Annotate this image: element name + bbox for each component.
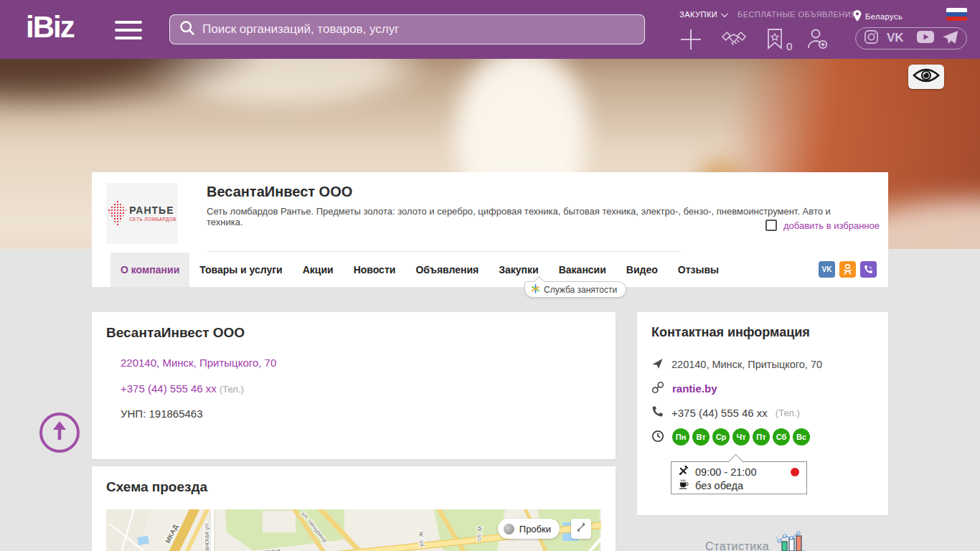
company-social-icons: VK bbox=[819, 261, 877, 278]
tab-promotions[interactable]: Акции bbox=[293, 253, 344, 287]
company-description: Сеть ломбардов Рантье. Предметы золота: … bbox=[207, 206, 838, 227]
divider bbox=[207, 251, 680, 252]
tab-video[interactable]: Видео bbox=[616, 253, 668, 287]
contact-title: Контактная информация bbox=[651, 325, 810, 340]
phone-icon bbox=[651, 405, 664, 420]
chevron-down-icon bbox=[721, 10, 728, 17]
rantie-diamond-logo-icon bbox=[108, 200, 126, 227]
site-logo[interactable]: iBiz bbox=[26, 10, 74, 44]
tools-icon bbox=[678, 466, 689, 479]
yandex-map[interactable]: МКАД анская ул. ул. Матусевича ул. Чичур… bbox=[106, 509, 601, 551]
instagram-icon[interactable] bbox=[864, 29, 879, 47]
day-pill-wed[interactable]: Ср bbox=[712, 428, 730, 446]
favorites-count: 0 bbox=[786, 40, 792, 52]
street-label-1: анская ул. bbox=[203, 522, 210, 551]
favorite-checkbox[interactable] bbox=[765, 220, 777, 231]
day-pill-thu[interactable]: Чт bbox=[732, 428, 750, 446]
company-logo[interactable]: РАНТЬЕ СЕТЬ ЛОМБАРДОВ bbox=[106, 183, 178, 244]
top-header: iBiz ЗАКУПКИ БЕСПЛАТНЫЕ ОБЪЯВЛЕНИЯ Белар… bbox=[0, 0, 980, 59]
closed-now-indicator bbox=[791, 468, 799, 476]
accessibility-version-button[interactable] bbox=[908, 65, 944, 89]
telegram-icon[interactable] bbox=[941, 29, 958, 48]
youtube-icon[interactable] bbox=[917, 31, 934, 46]
about-address-link[interactable]: 220140, Минск, Притыцкого, 70 bbox=[121, 357, 276, 369]
company-logo-name: РАНТЬЕ bbox=[129, 205, 176, 216]
employment-tooltip-label: Служба занятости bbox=[544, 285, 617, 295]
day-pill-sun[interactable]: Вс bbox=[793, 428, 810, 446]
day-pill-fri[interactable]: Пт bbox=[753, 428, 770, 446]
contact-phone-note: (Тел.) bbox=[776, 408, 800, 418]
page: iBiz ЗАКУПКИ БЕСПЛАТНЫЕ ОБЪЯВЛЕНИЯ Белар… bbox=[0, 0, 980, 551]
vk-icon[interactable]: VK bbox=[886, 30, 909, 47]
company-logo-tagline: СЕТЬ ЛОМБАРДОВ bbox=[129, 217, 176, 222]
add-to-favorites[interactable]: добавить в избранное bbox=[765, 220, 880, 231]
link-chain-icon bbox=[651, 381, 664, 396]
coffee-cup-icon bbox=[678, 479, 689, 492]
header-social-links: VK bbox=[855, 27, 967, 50]
nav-purchases[interactable]: ЗАКУПКИ bbox=[679, 10, 726, 19]
about-company-card: ВесантаИнвест ООО 220140, Минск, Притыцк… bbox=[92, 312, 616, 459]
day-pill-tue[interactable]: Вт bbox=[692, 428, 710, 446]
map-fullscreen-button[interactable] bbox=[571, 519, 591, 539]
arrow-up-icon bbox=[50, 420, 69, 445]
contact-website-link[interactable]: rantie.by bbox=[672, 382, 717, 395]
about-phone-note: (Тел.) bbox=[220, 384, 244, 395]
register-user-icon[interactable] bbox=[806, 27, 828, 53]
contact-website-row: rantie.by bbox=[651, 381, 717, 396]
company-tabs: О компании Товары и услуги Акции Новости… bbox=[92, 253, 888, 287]
statistics-section[interactable]: Статистика bbox=[705, 531, 808, 551]
language-flag-russia[interactable] bbox=[946, 8, 967, 21]
location-arrow-icon bbox=[651, 357, 664, 372]
search-icon bbox=[179, 20, 195, 39]
handshake-icon[interactable] bbox=[721, 27, 747, 55]
tab-products[interactable]: Товары и услуги bbox=[189, 253, 292, 287]
contact-address-row: 220140, Минск, Притыцкого, 70 bbox=[651, 357, 822, 372]
map-title: Схема проезда bbox=[106, 479, 207, 495]
vk-button[interactable]: VK bbox=[819, 261, 835, 278]
nav-region[interactable]: Беларусь bbox=[853, 10, 903, 23]
search-input[interactable] bbox=[202, 22, 635, 37]
scroll-to-top-button[interactable] bbox=[39, 413, 80, 453]
contact-phone[interactable]: +375 (44) 555 46 xx bbox=[672, 407, 768, 419]
working-days-row: Пн Вт Ср Чт Пт Сб Вс bbox=[651, 428, 810, 446]
street-label-zh: ул. Ж bbox=[418, 531, 425, 547]
expand-arrows-icon bbox=[575, 522, 587, 536]
favorites-bookmark-icon[interactable] bbox=[765, 27, 785, 53]
tab-news[interactable]: Новости bbox=[344, 253, 406, 287]
tab-ads[interactable]: Объявления bbox=[405, 253, 489, 287]
traffic-toggle-button[interactable]: Пробки bbox=[498, 519, 560, 539]
traffic-light-icon bbox=[504, 524, 514, 534]
employment-service-tooltip[interactable]: Служба занятости bbox=[524, 281, 626, 298]
lunch-note: без обеда bbox=[695, 480, 743, 491]
viber-button[interactable] bbox=[860, 261, 877, 278]
search-bar bbox=[169, 14, 645, 44]
clock-icon bbox=[651, 430, 664, 445]
working-days: Пн Вт Ср Чт Пт Сб Вс bbox=[672, 428, 810, 446]
contact-info-card: Контактная информация 220140, Минск, При… bbox=[637, 312, 888, 515]
day-pill-mon[interactable]: Пн bbox=[672, 428, 689, 446]
working-hours: 09:00 - 21:00 bbox=[695, 466, 756, 478]
statistics-label: Статистика bbox=[705, 540, 769, 551]
about-phone-link[interactable]: +375 (44) 555 46 xx bbox=[121, 382, 217, 395]
traffic-label: Пробки bbox=[519, 524, 551, 534]
tab-about[interactable]: О компании bbox=[110, 253, 189, 287]
map-pin-icon bbox=[853, 10, 862, 23]
menu-hamburger-icon[interactable] bbox=[115, 21, 142, 44]
company-header-card: РАНТЬЕ СЕТЬ ЛОМБАРДОВ ВесантаИнвест ООО … bbox=[92, 172, 888, 287]
about-phone-row: +375 (44) 555 46 xx (Тел.) bbox=[121, 382, 244, 395]
nav-free-ads[interactable]: БЕСПЛАТНЫЕ ОБЪЯВЛЕНИЯ bbox=[738, 10, 857, 19]
svg-text:VK: VK bbox=[887, 31, 904, 44]
about-title: ВесантаИнвест ООО bbox=[106, 325, 245, 341]
contact-address: 220140, Минск, Притыцкого, 70 bbox=[672, 359, 822, 370]
odnoklassniki-button[interactable] bbox=[839, 261, 856, 278]
statistics-chart-icon bbox=[776, 531, 808, 551]
company-name: ВесантаИнвест ООО bbox=[207, 184, 352, 200]
employment-asterisk-icon bbox=[531, 284, 540, 296]
tab-reviews[interactable]: Отзывы bbox=[668, 253, 729, 287]
street-label-prospekt: сп. М bbox=[475, 526, 484, 541]
day-pill-sat[interactable]: Сб bbox=[773, 428, 790, 446]
about-unp: УНП: 191865463 bbox=[121, 408, 203, 420]
add-company-icon[interactable] bbox=[679, 27, 703, 55]
directions-card: Схема проезда bbox=[92, 466, 616, 551]
working-hours-tooltip: 09:00 - 21:00 без обеда bbox=[671, 461, 807, 494]
